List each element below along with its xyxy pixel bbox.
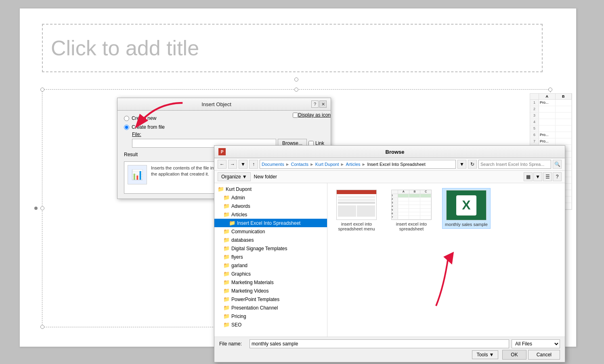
tree-item-kurt-dupont[interactable]: 📁Kurt Dupont: [214, 185, 327, 193]
slide-title-placeholder[interactable]: Click to add title: [42, 24, 543, 72]
breadcrumb-articles[interactable]: Articles: [346, 162, 360, 167]
tools-button[interactable]: Tools ▼: [472, 350, 498, 359]
browse-search-input[interactable]: [478, 160, 551, 169]
browse-toolbar: Organize ▼ New folder ▦ ▼ ☰ ?: [214, 171, 565, 183]
tree-item-presentation-channel[interactable]: 📁Presentation Channel: [214, 303, 327, 312]
tree-item-pricing[interactable]: 📁Pricing: [214, 312, 327, 320]
tree-label: Pricing: [231, 314, 246, 319]
help-button-browse[interactable]: ?: [553, 172, 562, 181]
tree-label: Communication: [231, 229, 265, 234]
excel-icon: X: [447, 190, 486, 220]
dialog-close-button[interactable]: ✕: [319, 100, 327, 108]
file-item-monthly[interactable]: X monthly sales sample: [442, 188, 491, 229]
organize-label: Organize: [221, 174, 241, 180]
tree-item-garland[interactable]: 📁garland: [214, 261, 327, 270]
breadcrumb-contacts[interactable]: Contacts: [291, 162, 308, 167]
tree-label: Insert Excel Into Spreadsheet: [237, 220, 300, 226]
result-icon: [128, 165, 147, 184]
file-thumb-menu: [336, 190, 377, 220]
file-name-spreadsheet: insert excel into spreadsheet: [389, 222, 434, 231]
spreadsheet-row: 7Pro...: [530, 138, 572, 145]
create-new-label: Create new: [132, 115, 156, 121]
tree-label: Adwords: [231, 203, 250, 209]
excel-thumb-row: 2: [392, 198, 431, 201]
tree-item-seo[interactable]: 📁SEO: [214, 320, 327, 329]
tree-item-graphics[interactable]: 📁Graphics: [214, 270, 327, 278]
new-folder-button[interactable]: New folder: [251, 173, 280, 181]
tree-item-digital-signage-templates[interactable]: 📁Digital Signage Templates: [214, 244, 327, 253]
tree-item-admin[interactable]: 📁Admin: [214, 193, 327, 202]
cancel-button[interactable]: Cancel: [528, 350, 560, 360]
file-item-spreadsheet[interactable]: A B C 1234567 insert excel into spreadsh…: [387, 188, 436, 233]
tree-label: flyers: [231, 254, 243, 260]
tree-label: Marketing Materials: [231, 280, 274, 285]
dropdown-button[interactable]: ▼: [239, 160, 247, 169]
tree-label: Graphics: [231, 271, 251, 277]
breadcrumb-current: Insert Excel Into Spreadsheet: [367, 162, 425, 167]
display-as-icon-checkbox[interactable]: [293, 113, 298, 118]
filename-input[interactable]: [250, 339, 509, 348]
create-new-radio[interactable]: [124, 116, 129, 121]
browse-title: Browse: [229, 149, 561, 155]
browse-tree[interactable]: 📁Kurt Dupont📁Admin📁Adwords📁Articles📁Inse…: [214, 183, 327, 337]
browse-content: 📁Kurt Dupont📁Admin📁Adwords📁Articles📁Inse…: [214, 183, 565, 337]
insert-object-titlebar: Insert Object ? ✕: [117, 98, 331, 111]
excel-thumb-row: 1: [392, 194, 431, 198]
create-from-file-label: Create from file: [132, 124, 165, 130]
search-button[interactable]: 🔍: [553, 160, 562, 169]
file-item-menu[interactable]: insert excel into spreadsheet menu: [332, 188, 381, 233]
view-dropdown-button[interactable]: ▼: [533, 172, 542, 181]
file-name-menu: insert excel into spreadsheet menu: [334, 222, 379, 231]
dialog-title-text: Insert Object: [122, 101, 311, 107]
ok-button[interactable]: OK: [502, 350, 526, 360]
excel-thumb-row: 5: [392, 209, 431, 212]
view-details-button[interactable]: ☰: [543, 172, 552, 181]
file-thumb-monthly: X: [446, 190, 487, 220]
spreadsheet-row: 5: [530, 126, 572, 132]
create-from-file-radio[interactable]: [124, 125, 129, 130]
tree-label: Admin: [231, 195, 245, 201]
tree-item-insert-excel-into-spreadsheet[interactable]: 📁Insert Excel Into Spreadsheet: [214, 219, 327, 227]
tree-item-adwords[interactable]: 📁Adwords: [214, 202, 327, 210]
file-name-monthly: monthly sales sample: [445, 222, 488, 227]
tools-dropdown-icon: ▼: [489, 352, 494, 358]
spreadsheet-row: 2: [530, 106, 572, 113]
browse-bottom: File name: All Files Tools ▼ OK Cancel: [214, 337, 565, 362]
tree-item-databases[interactable]: 📁databases: [214, 236, 327, 244]
tree-item-powerpoint-templates[interactable]: 📁PowerPoint Templates: [214, 295, 327, 303]
organize-button[interactable]: Organize ▼: [218, 172, 251, 181]
tree-label: PowerPoint Templates: [231, 297, 279, 302]
back-button[interactable]: ←: [218, 160, 226, 169]
filetype-select[interactable]: All Files: [512, 339, 560, 348]
display-as-icon-label: Display as icon: [298, 112, 331, 118]
tree-item-marketing-videos[interactable]: 📁Marketing Videos: [214, 287, 327, 295]
tree-label: databases: [231, 237, 254, 243]
breadcrumb-bar: Documents ► Contacts ► Kurt Dupont ► Art…: [260, 160, 456, 169]
organize-dropdown-icon: ▼: [242, 174, 247, 180]
tree-item-articles[interactable]: 📁Articles: [214, 210, 327, 219]
tree-item-marketing-materials[interactable]: 📁Marketing Materials: [214, 278, 327, 287]
filename-label: File name:: [219, 341, 250, 347]
tree-item-communication[interactable]: 📁Communication: [214, 227, 327, 236]
browse-main-area: insert excel into spreadsheet menu A B C…: [327, 183, 565, 337]
up-button[interactable]: ↑: [249, 160, 258, 169]
breadcrumb-sep-3: ►: [340, 162, 345, 167]
tree-label: Marketing Videos: [231, 288, 269, 294]
tree-label: garland: [231, 263, 247, 268]
view-large-icons-button[interactable]: ▦: [524, 172, 533, 181]
dropdown-path-button[interactable]: ▼: [457, 160, 466, 169]
ppt-icon: P: [218, 148, 226, 155]
browse-dialog: P Browse ← → ▼ ↑ Documents ► Contacts ► …: [214, 145, 565, 362]
breadcrumb-documents[interactable]: Documents: [262, 162, 284, 167]
dialog-help-button[interactable]: ?: [311, 100, 319, 108]
breadcrumb-kurt-dupont[interactable]: Kurt Dupont: [315, 162, 339, 167]
forward-button[interactable]: →: [228, 160, 237, 169]
tree-label: Articles: [231, 212, 247, 218]
tree-item-flyers[interactable]: 📁flyers: [214, 253, 327, 261]
spreadsheet-row: 6Pro...: [530, 132, 572, 138]
spreadsheet-row: 3: [530, 113, 572, 119]
excel-thumb-row: 3: [392, 201, 431, 205]
excel-thumb-row: 4: [392, 205, 431, 209]
excel-thumb-row: 7: [392, 216, 431, 220]
refresh-button[interactable]: ↻: [468, 160, 477, 169]
